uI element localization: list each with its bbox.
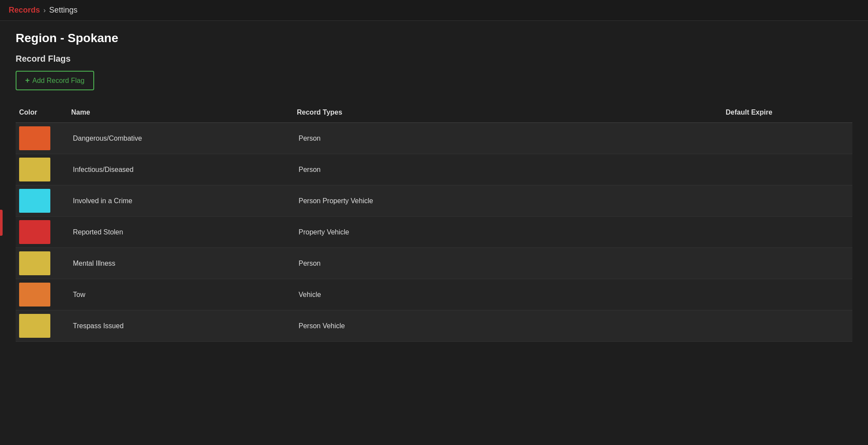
- color-cell: [16, 154, 68, 185]
- name-cell: Involved in a Crime: [68, 194, 293, 208]
- record-types-cell: Person Vehicle: [293, 319, 722, 333]
- color-cell: [16, 279, 68, 310]
- default-expire-cell: [722, 135, 852, 142]
- table-row[interactable]: Infectious/Diseased Person: [16, 154, 852, 185]
- color-cell: [16, 123, 68, 154]
- breadcrumb-records-link[interactable]: Records: [9, 6, 40, 15]
- color-swatch: [19, 189, 50, 213]
- header-default-expire: Default Expire: [722, 107, 852, 118]
- header-record-types: Record Types: [293, 107, 722, 118]
- record-types-cell: Person Property Vehicle: [293, 194, 722, 208]
- name-cell: Trespass Issued: [68, 319, 293, 333]
- record-types-cell: Person: [293, 162, 722, 177]
- page-title: Region - Spokane: [16, 31, 852, 45]
- breadcrumb-separator: ›: [43, 7, 46, 14]
- table-header: Color Name Record Types Default Expire: [16, 102, 852, 123]
- name-cell: Mental Illness: [68, 256, 293, 271]
- color-swatch: [19, 158, 50, 181]
- header-name: Name: [68, 107, 293, 118]
- section-title: Record Flags: [16, 54, 852, 64]
- color-cell: [16, 310, 68, 341]
- color-swatch: [19, 314, 50, 338]
- color-swatch: [19, 126, 50, 150]
- record-types-cell: Vehicle: [293, 287, 722, 302]
- add-record-flag-label: Add Record Flag: [33, 77, 85, 85]
- default-expire-cell: [722, 198, 852, 204]
- color-swatch: [19, 251, 50, 275]
- default-expire-cell: [722, 229, 852, 236]
- color-cell: [16, 248, 68, 279]
- color-cell: [16, 217, 68, 247]
- default-expire-cell: [722, 260, 852, 267]
- table-row[interactable]: Dangerous/Combative Person: [16, 123, 852, 154]
- color-cell: [16, 185, 68, 216]
- name-cell: Reported Stolen: [68, 225, 293, 240]
- table-body: Dangerous/Combative Person Infectious/Di…: [16, 123, 852, 342]
- add-record-flag-button[interactable]: + Add Record Flag: [16, 71, 94, 90]
- page-content: Region - Spokane Record Flags + Add Reco…: [0, 21, 868, 352]
- header-color: Color: [16, 107, 68, 118]
- default-expire-cell: [722, 166, 852, 173]
- record-types-cell: Property Vehicle: [293, 225, 722, 240]
- table-row[interactable]: Trespass Issued Person Vehicle: [16, 310, 852, 342]
- name-cell: Infectious/Diseased: [68, 162, 293, 177]
- default-expire-cell: [722, 291, 852, 298]
- record-types-cell: Person: [293, 131, 722, 146]
- default-expire-cell: [722, 323, 852, 330]
- record-types-cell: Person: [293, 256, 722, 271]
- name-cell: Tow: [68, 287, 293, 302]
- plus-icon: +: [25, 76, 30, 85]
- name-cell: Dangerous/Combative: [68, 131, 293, 146]
- breadcrumb: Records › Settings: [0, 0, 868, 21]
- record-flags-table: Color Name Record Types Default Expire D…: [16, 102, 852, 342]
- left-indicator: [0, 210, 3, 236]
- breadcrumb-current: Settings: [49, 6, 77, 15]
- color-swatch: [19, 283, 50, 307]
- table-row[interactable]: Reported Stolen Property Vehicle: [16, 217, 852, 248]
- table-row[interactable]: Involved in a Crime Person Property Vehi…: [16, 185, 852, 217]
- table-row[interactable]: Mental Illness Person: [16, 248, 852, 279]
- table-row[interactable]: Tow Vehicle: [16, 279, 852, 310]
- color-swatch: [19, 220, 50, 244]
